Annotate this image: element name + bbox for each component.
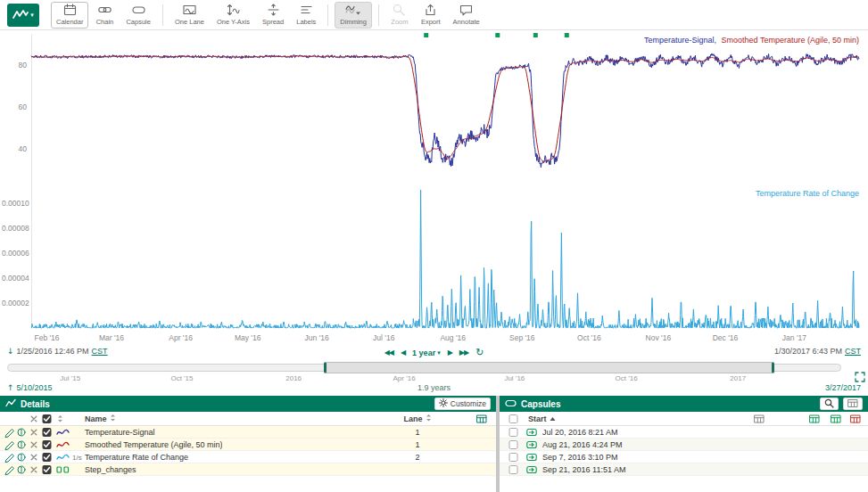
capsule-checkbox[interactable] (508, 427, 518, 437)
capsule-checkbox[interactable] (508, 439, 518, 449)
details-row[interactable]: 1/sTemperature Rate of Change2 (0, 451, 496, 463)
trend-view-menu-button[interactable]: ▾ (7, 4, 39, 27)
remove-capsule-column-icon[interactable] (850, 414, 861, 423)
toolbar-button-capsule[interactable]: Capsule (120, 2, 156, 29)
step-forward-full-icon[interactable]: ▶▶ (459, 348, 468, 357)
select-all-checkbox[interactable] (42, 414, 52, 423)
capsule-icon[interactable] (526, 465, 537, 473)
capsule-marker[interactable] (565, 33, 569, 37)
capsule-row[interactable]: Jul 20, 2016 8:21 AM (500, 426, 868, 439)
y-axis-tick: 80 (2, 61, 27, 70)
toolbar-button-chain[interactable]: Chain (90, 2, 119, 29)
remove-icon[interactable] (30, 466, 37, 473)
capsule-marker[interactable] (533, 33, 538, 37)
overview-tick-label: 2016 (285, 374, 302, 382)
lane2-plot (0, 185, 868, 330)
info-icon[interactable] (17, 440, 26, 449)
details-table-header: Name Lane (0, 412, 496, 426)
x-axis-tick: Oct '16 (577, 333, 601, 342)
customize-button[interactable]: Customize (434, 398, 491, 410)
start-column-header[interactable]: Start (528, 414, 556, 423)
remove-all-icon[interactable] (30, 415, 37, 422)
item-lane: 1 (397, 428, 438, 437)
item-name: Smoothed Temperature (Agile, 50 min) (85, 440, 222, 449)
capsule-row[interactable]: Sep 7, 2016 3:10 PM (500, 451, 868, 463)
y-axis-tick: 60 (2, 102, 27, 111)
add-capsule-column-icon[interactable] (809, 414, 820, 423)
details-row[interactable]: Temperature-Signal1 (0, 426, 496, 439)
filter-columns-icon[interactable] (754, 414, 765, 423)
lane-column-header[interactable]: Lane (397, 414, 438, 423)
capsule-icon[interactable] (526, 440, 537, 448)
zoom-icon (393, 4, 406, 17)
pencil-icon[interactable] (4, 426, 16, 438)
step-forward-half-icon[interactable]: ▶ (448, 348, 452, 357)
capsule-columns-button[interactable] (843, 398, 863, 410)
x-axis-tick: Nov '16 (646, 333, 672, 342)
details-panel-header: Details Customize (0, 396, 496, 412)
info-icon[interactable] (17, 453, 26, 462)
capsule-search-button[interactable] (820, 398, 839, 410)
capsule-checkbox[interactable] (508, 464, 518, 474)
y-axis-tick: 0.00008 (2, 224, 27, 233)
toolbar: ▾ CalendarChainCapsuleOne LaneOne Y-Axis… (0, 0, 868, 30)
display-range-end[interactable]: 1/30/2017 6:43 PM CST (774, 347, 861, 356)
info-icon[interactable] (17, 465, 26, 474)
select-all-capsules-checkbox[interactable] (508, 414, 518, 423)
item-checkbox[interactable] (42, 452, 52, 462)
details-icon (5, 398, 16, 409)
toolbar-button-export[interactable]: Export (416, 2, 446, 29)
remove-icon[interactable] (30, 441, 37, 448)
pencil-icon[interactable] (4, 439, 16, 450)
range-end-text[interactable]: 1/30/2017 6:43 PM (774, 347, 842, 356)
overview-track[interactable] (7, 364, 841, 372)
toolbar-button-dimming[interactable]: Dimming (335, 2, 372, 29)
pencil-icon[interactable] (4, 463, 16, 475)
capsule-checkbox[interactable] (508, 452, 518, 462)
info-icon[interactable] (17, 428, 26, 437)
legend-rate-of-change: Temperature Rate of Change (756, 189, 859, 198)
toolbar-button-labels[interactable]: Labels (291, 2, 321, 29)
toolbar-separator (327, 4, 328, 26)
toolbar-button-label: Spread (262, 18, 284, 26)
labels-icon (300, 4, 313, 17)
columns-icon[interactable] (476, 414, 487, 423)
capsule-icon[interactable] (526, 428, 537, 436)
remove-icon[interactable] (30, 454, 37, 461)
range-navigation: ◀◀ ◀ 1 year ▾ ▶ ▶▶ ↻ (0, 346, 868, 359)
capsule-icon[interactable] (526, 453, 537, 461)
item-checkbox[interactable] (42, 464, 52, 474)
capsule-start: Aug 21, 2016 4:24 PM (542, 440, 623, 449)
capsule-row[interactable]: Sep 21, 2016 11:51 AM (500, 463, 868, 476)
toolbar-button-one-y-axis[interactable]: One Y-Axis (211, 2, 255, 29)
item-checkbox[interactable] (42, 427, 52, 437)
overview-selection-handle[interactable] (324, 362, 774, 373)
toolbar-button-one-lane[interactable]: One Lane (169, 2, 210, 29)
details-row[interactable]: Step_changes (0, 463, 496, 476)
item-checkbox[interactable] (42, 439, 52, 449)
step-back-half-icon[interactable]: ◀ (401, 348, 405, 357)
capsules-table-body: Jul 20, 2016 8:21 AMAug 21, 2016 4:24 PM… (500, 426, 868, 476)
toolbar-button-spread[interactable]: Spread (257, 2, 289, 29)
capsule-row[interactable]: Aug 21, 2016 4:24 PM (500, 439, 868, 451)
capsule-marker[interactable] (424, 33, 428, 37)
step-back-full-icon[interactable]: ◀◀ (384, 348, 393, 357)
item-name: Temperature Rate of Change (85, 453, 188, 462)
pencil-icon[interactable] (4, 451, 16, 463)
toolbar-button-calendar[interactable]: Calendar (51, 2, 88, 29)
x-axis-tick: Dec '16 (713, 333, 739, 342)
toolbar-button-annotate[interactable]: Annotate (448, 2, 485, 29)
timezone-link[interactable]: CST (845, 347, 861, 356)
refresh-icon[interactable]: ↻ (475, 347, 484, 358)
export-icon (424, 4, 437, 17)
sort-icon[interactable] (57, 414, 63, 422)
name-column-header[interactable]: Name (85, 414, 116, 423)
capsule-grid-icon[interactable] (831, 414, 841, 423)
seeq-workbench: ▾ CalendarChainCapsuleOne LaneOne Y-Axis… (0, 0, 868, 492)
capsule-marker[interactable] (495, 33, 500, 37)
calendar-icon (63, 4, 77, 17)
duration-button[interactable]: 1 year ▾ (412, 348, 441, 357)
details-row[interactable]: Smoothed Temperature (Agile, 50 min)1 (0, 439, 496, 451)
remove-icon[interactable] (30, 429, 37, 436)
trend-chart[interactable]: Temperature-Signal, Smoothed Temperature… (0, 30, 868, 346)
